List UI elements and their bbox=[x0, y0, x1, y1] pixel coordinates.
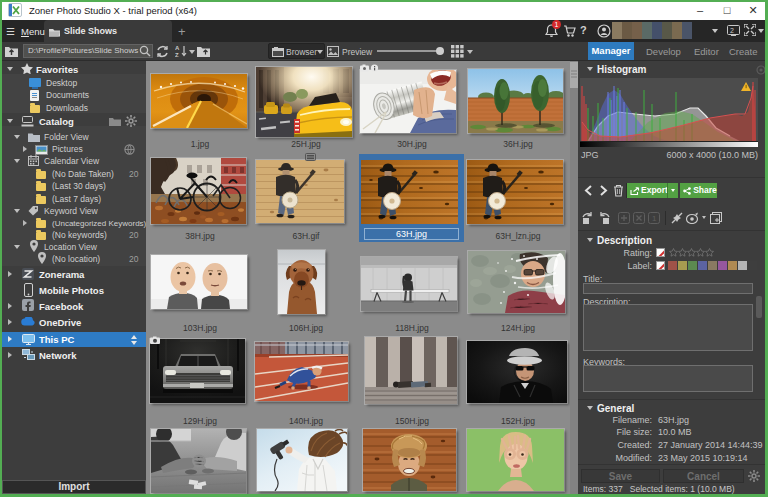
svg-text:Z: Z bbox=[175, 52, 179, 58]
svg-text:A: A bbox=[175, 45, 180, 51]
svg-text:1: 1 bbox=[652, 214, 657, 223]
svg-text:2: 2 bbox=[730, 27, 734, 34]
